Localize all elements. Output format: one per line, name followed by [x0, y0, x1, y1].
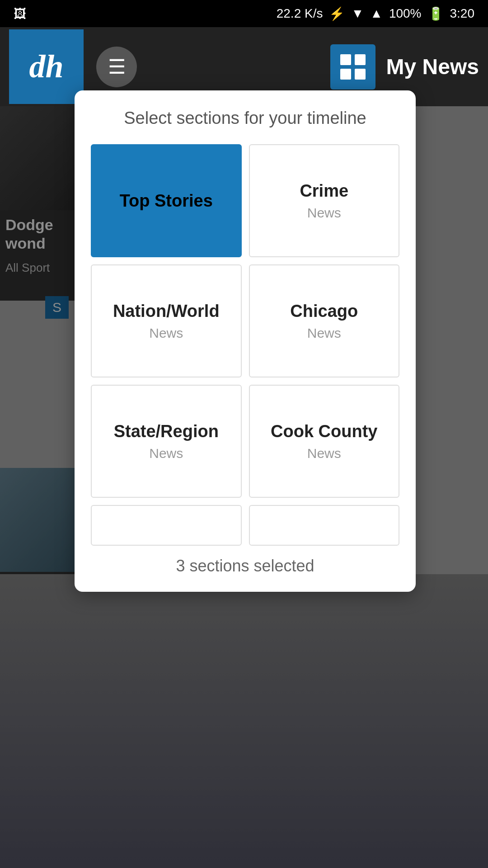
tile-top-stories[interactable]: Top Stories — [91, 144, 242, 257]
network-speed: 22.2 K/s — [277, 6, 323, 21]
modal-title: Select sections for your timeline — [91, 108, 399, 128]
tile-chicago[interactable]: Chicago News — [249, 264, 400, 377]
tile-crime[interactable]: Crime News — [249, 144, 400, 257]
partial-tiles-row — [91, 505, 399, 546]
grid-icon — [339, 53, 366, 80]
tile-crime-name: Crime — [300, 181, 348, 201]
sections-grid: Top Stories Crime News Nation/World News… — [91, 144, 399, 498]
tile-crime-cat: News — [307, 205, 341, 221]
tile-chicago-name: Chicago — [290, 302, 358, 321]
grid-view-button[interactable] — [330, 44, 375, 90]
tile-cook-county-cat: News — [307, 446, 341, 461]
svg-rect-3 — [355, 69, 366, 80]
tile-nation-world-name: Nation/World — [113, 302, 220, 321]
signal-icon: ▲ — [370, 6, 383, 21]
tile-nation-world[interactable]: Nation/World News — [91, 264, 242, 377]
menu-icon: ☰ — [108, 55, 126, 78]
wifi-icon: ▼ — [351, 6, 364, 21]
logo[interactable]: dh — [9, 29, 84, 104]
tile-state-region-cat: News — [149, 446, 183, 461]
status-bar: 🖼 22.2 K/s ⚡ ▼ ▲ 100% 🔋 3:20 — [0, 0, 488, 27]
tile-top-stories-name: Top Stories — [120, 191, 213, 211]
menu-button[interactable]: ☰ — [96, 47, 137, 87]
tile-partial-right[interactable] — [249, 505, 400, 546]
tile-state-region[interactable]: State/Region News — [91, 385, 242, 498]
svg-rect-2 — [340, 69, 351, 80]
header-right: My News — [330, 44, 479, 90]
tile-nation-world-cat: News — [149, 326, 183, 341]
logo-text: dh — [29, 48, 63, 85]
my-news-label: My News — [386, 54, 479, 79]
screenshot-icon: 🖼 — [14, 6, 26, 21]
tile-cook-county[interactable]: Cook County News — [249, 385, 400, 498]
tile-state-region-name: State/Region — [114, 422, 219, 441]
battery-icon: 🔋 — [428, 6, 444, 21]
tile-chicago-cat: News — [307, 326, 341, 341]
tile-partial-left[interactable] — [91, 505, 242, 546]
selected-count: 3 sections selected — [91, 557, 399, 576]
section-selector-modal: Select sections for your timeline Top St… — [75, 90, 416, 592]
svg-rect-1 — [355, 54, 366, 65]
tile-cook-county-name: Cook County — [271, 422, 377, 441]
svg-rect-0 — [340, 54, 351, 65]
time: 3:20 — [450, 6, 475, 21]
bluetooth-icon: ⚡ — [329, 6, 345, 21]
battery-percent: 100% — [389, 6, 422, 21]
